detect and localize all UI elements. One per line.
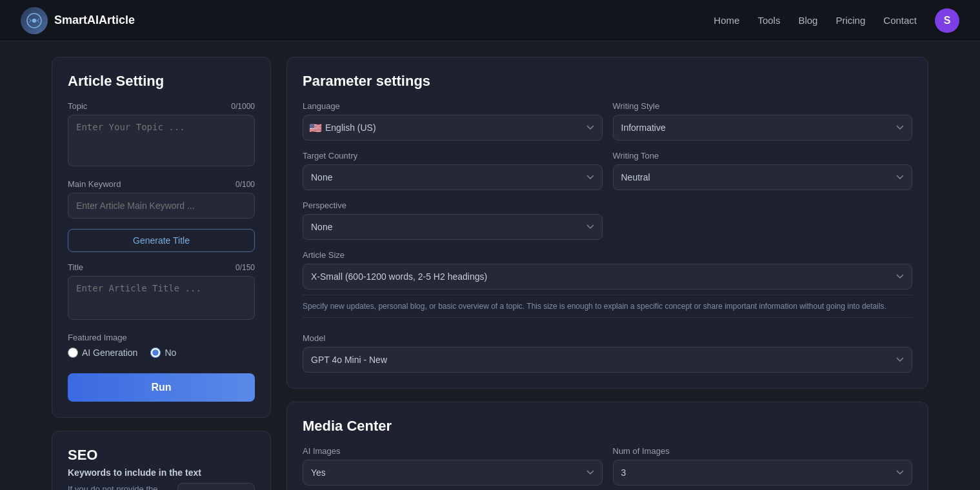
perspective-select[interactable]: None First Person Second Person Third Pe… [303,214,603,240]
num-images-group: Num of Images 1 2 3 4 5 [613,446,913,485]
featured-image-ai-label: AI Generation [82,348,137,358]
navbar: SmartAIArticle Home Tools Blog Pricing C… [0,0,980,41]
main-keyword-counter: 0/100 [235,180,255,189]
topic-label-row: Topic 0/1000 [68,101,255,111]
brand-name: SmartAIArticle [54,14,135,27]
main-content: Article Setting Topic 0/1000 Main Keywor… [0,41,980,490]
model-label: Model [303,333,912,343]
main-keyword-input[interactable] [68,193,255,219]
featured-image-radio-group: AI Generation No [68,348,255,358]
language-select-wrapper: 🇺🇸 English (US) Spanish French German [303,115,603,141]
brand-logo [21,7,48,34]
writing-style-select[interactable]: Informative Persuasive Narrative Descrip… [613,115,913,141]
topic-label: Topic [68,101,87,111]
media-center-card: Media Center AI Images Yes No Num of Ima… [286,402,928,490]
target-country-label: Target Country [303,151,603,161]
article-size-description: Specify new updates, personal blog, or b… [303,295,912,318]
generate-nlp-button[interactable]: Generate NLP Keywords [177,483,255,490]
writing-tone-group: Writing Tone Neutral Formal Casual Profe… [613,151,913,190]
num-images-label: Num of Images [613,446,913,456]
title-counter: 0/150 [235,263,255,272]
title-label: Title [68,262,83,272]
article-setting-card: Article Setting Topic 0/1000 Main Keywor… [52,57,271,418]
perspective-label: Perspective [303,201,603,210]
seo-description: If you do not provide the keywords, we w… [68,483,167,490]
seo-subtitle: Keywords to include in the text [68,467,255,478]
parameter-settings-card: Parameter settings Language 🇺🇸 English (… [286,57,928,389]
user-avatar[interactable]: S [935,8,959,33]
language-select[interactable]: English (US) Spanish French German [303,115,603,141]
featured-image-no-radio[interactable] [150,348,161,358]
num-images-select[interactable]: 1 2 3 4 5 [613,460,913,485]
nav-tools[interactable]: Tools [757,15,780,26]
model-group: Model GPT 4o Mini - New GPT 4o GPT 3.5 T… [303,333,912,373]
media-grid: AI Images Yes No Num of Images 1 2 3 4 5 [303,446,912,490]
main-keyword-group: Main Keyword 0/100 [68,179,255,219]
writing-style-label: Writing Style [613,101,913,111]
title-textarea[interactable] [68,276,255,320]
writing-tone-select[interactable]: Neutral Formal Casual Professional [613,164,913,190]
nav-blog[interactable]: Blog [798,15,817,26]
run-button[interactable]: Run [68,373,255,402]
featured-image-ai-radio[interactable] [68,348,78,358]
perspective-group: Perspective None First Person Second Per… [303,201,603,240]
target-country-select[interactable]: None United States United Kingdom Canada… [303,164,603,190]
topic-counter: 0/1000 [231,102,255,111]
generate-title-button[interactable]: Generate Title [68,229,255,252]
seo-card: SEO Keywords to include in the text If y… [52,431,271,490]
ai-images-label: AI Images [303,446,603,456]
language-label: Language [303,101,603,111]
media-center-title: Media Center [303,418,912,435]
nav-pricing[interactable]: Pricing [835,15,865,26]
writing-style-group: Writing Style Informative Persuasive Nar… [613,101,913,141]
article-setting-title: Article Setting [68,73,255,90]
model-select[interactable]: GPT 4o Mini - New GPT 4o GPT 3.5 Turbo [303,347,912,373]
left-column: Article Setting Topic 0/1000 Main Keywor… [52,57,271,490]
writing-tone-label: Writing Tone [613,151,913,161]
nav-contact[interactable]: Contact [883,15,917,26]
main-keyword-label: Main Keyword [68,179,121,189]
parameter-settings-title: Parameter settings [303,73,912,90]
title-group: Title 0/150 [68,262,255,322]
language-group: Language 🇺🇸 English (US) Spanish French … [303,101,603,141]
article-size-group: Article Size X-Small (600-1200 words, 2-… [303,250,912,323]
article-size-select[interactable]: X-Small (600-1200 words, 2-5 H2 headings… [303,264,912,289]
nav-links: Home Tools Blog Pricing Contact S [714,8,959,33]
main-keyword-label-row: Main Keyword 0/100 [68,179,255,189]
topic-group: Topic 0/1000 [68,101,255,169]
target-country-group: Target Country None United States United… [303,151,603,190]
ai-images-group: AI Images Yes No [303,446,603,485]
featured-image-section: Featured Image AI Generation No [68,333,255,358]
featured-image-ai-option[interactable]: AI Generation [68,348,137,358]
param-grid: Language 🇺🇸 English (US) Spanish French … [303,101,912,373]
brand: SmartAIArticle [21,7,135,34]
right-column: Parameter settings Language 🇺🇸 English (… [286,57,928,490]
seo-title: SEO [68,447,255,464]
svg-point-1 [32,19,36,23]
featured-image-label: Featured Image [68,333,255,342]
featured-image-no-option[interactable]: No [150,348,176,358]
topic-textarea[interactable] [68,115,255,166]
title-label-row: Title 0/150 [68,262,255,272]
ai-images-select[interactable]: Yes No [303,460,603,485]
article-size-label: Article Size [303,250,912,260]
perspective-spacer [613,201,913,240]
nav-home[interactable]: Home [714,15,739,26]
featured-image-no-label: No [165,348,176,358]
